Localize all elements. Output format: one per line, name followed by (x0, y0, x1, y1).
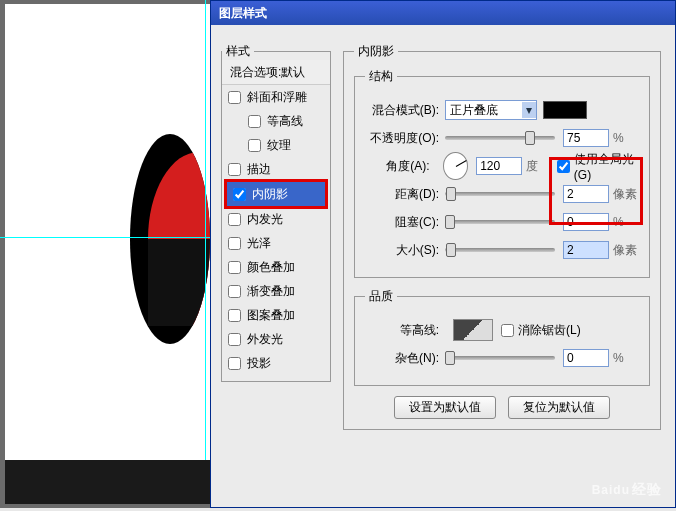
drop-shadow-checkbox[interactable] (228, 357, 241, 370)
gradient-overlay-label: 渐变叠加 (247, 281, 295, 301)
size-input[interactable] (563, 241, 609, 259)
opacity-label: 不透明度(O): (365, 130, 445, 147)
contour-label: 等高线 (267, 111, 303, 131)
noise-unit: % (609, 351, 639, 365)
antialias-checkbox[interactable] (501, 324, 514, 337)
color-overlay-checkbox[interactable] (228, 261, 241, 274)
satin-item[interactable]: 光泽 (222, 231, 330, 255)
inner-glow-item[interactable]: 内发光 (222, 207, 330, 231)
quality-contour-label: 等高线: (365, 322, 445, 339)
highlight-box (549, 157, 643, 225)
gradient-overlay-checkbox[interactable] (228, 285, 241, 298)
opacity-input[interactable] (563, 129, 609, 147)
bevel-label: 斜面和浮雕 (247, 87, 307, 107)
noise-slider[interactable] (445, 356, 555, 360)
canvas-area (0, 0, 210, 508)
quality-legend: 品质 (365, 288, 397, 305)
angle-label: 角度(A): (365, 158, 435, 175)
blend-mode-label: 混合模式(B): (365, 102, 445, 119)
color-overlay-label: 颜色叠加 (247, 257, 295, 277)
texture-label: 纹理 (267, 135, 291, 155)
canvas-footer (5, 460, 210, 504)
distance-label: 距离(D): (365, 186, 445, 203)
pattern-overlay-item[interactable]: 图案叠加 (222, 303, 330, 327)
bevel-checkbox[interactable] (228, 91, 241, 104)
watermark: Baidu经验 (592, 476, 662, 499)
size-unit: 像素 (609, 242, 639, 259)
bevel-item[interactable]: 斜面和浮雕 (222, 85, 330, 109)
distance-slider[interactable] (445, 192, 555, 196)
opacity-slider[interactable] (445, 136, 555, 140)
inner-shadow-checkbox[interactable] (233, 188, 246, 201)
blend-mode-select[interactable]: 正片叠底 ▾ (445, 100, 537, 120)
inner-shadow-item[interactable]: 内阴影 (227, 182, 325, 206)
structure-group: 结构 混合模式(B): 正片叠底 ▾ 不透明度(O): % 角度( (354, 68, 650, 278)
inner-glow-label: 内发光 (247, 209, 283, 229)
angle-dial[interactable] (443, 152, 468, 180)
noise-input[interactable] (563, 349, 609, 367)
gradient-overlay-item[interactable]: 渐变叠加 (222, 279, 330, 303)
noise-label: 杂色(N): (365, 350, 445, 367)
blend-mode-value: 正片叠底 (450, 102, 498, 119)
angle-unit: 度 (522, 158, 549, 175)
outer-glow-item[interactable]: 外发光 (222, 327, 330, 351)
choke-label: 阻塞(C): (365, 214, 445, 231)
drop-shadow-item[interactable]: 投影 (222, 351, 330, 375)
guide-vertical (205, 0, 206, 460)
structure-legend: 结构 (365, 68, 397, 85)
choke-slider[interactable] (445, 220, 555, 224)
contour-picker[interactable] (453, 319, 493, 341)
inner-shadow-label: 内阴影 (252, 184, 288, 204)
guide-horizontal (0, 237, 210, 238)
size-slider[interactable] (445, 248, 555, 252)
drop-shadow-label: 投影 (247, 353, 271, 373)
dialog-title: 图层样式 (211, 1, 675, 25)
panel-title: 内阴影 (354, 43, 398, 60)
satin-label: 光泽 (247, 233, 271, 253)
outer-glow-checkbox[interactable] (228, 333, 241, 346)
pattern-overlay-label: 图案叠加 (247, 305, 295, 325)
contour-item[interactable]: 等高线 (222, 109, 330, 133)
stroke-checkbox[interactable] (228, 163, 241, 176)
size-label: 大小(S): (365, 242, 445, 259)
reset-default-button[interactable]: 复位为默认值 (508, 396, 610, 419)
chevron-down-icon: ▾ (522, 102, 536, 118)
canvas (5, 4, 210, 460)
antialias-label[interactable]: 消除锯齿(L) (501, 322, 581, 339)
contour-checkbox[interactable] (248, 115, 261, 128)
satin-checkbox[interactable] (228, 237, 241, 250)
layer-style-dialog: 图层样式 样式 混合选项:默认 斜面和浮雕 等高线 纹理 描边 内阴影 内发光 … (210, 0, 676, 508)
color-overlay-item[interactable]: 颜色叠加 (222, 255, 330, 279)
texture-item[interactable]: 纹理 (222, 133, 330, 157)
make-default-button[interactable]: 设置为默认值 (394, 396, 496, 419)
outer-glow-label: 外发光 (247, 329, 283, 349)
blend-options-item[interactable]: 混合选项:默认 (222, 60, 330, 85)
angle-input[interactable] (476, 157, 522, 175)
stroke-item[interactable]: 描边 (222, 157, 330, 181)
texture-checkbox[interactable] (248, 139, 261, 152)
quality-group: 品质 等高线: 消除锯齿(L) 杂色(N): % (354, 288, 650, 386)
styles-legend: 样式 (222, 43, 254, 60)
inner-shadow-group: 内阴影 结构 混合模式(B): 正片叠底 ▾ 不透明度(O): % (343, 43, 661, 430)
pattern-overlay-checkbox[interactable] (228, 309, 241, 322)
shadow-color-swatch[interactable] (543, 101, 587, 119)
opacity-unit: % (609, 131, 639, 145)
artwork-circle (130, 134, 210, 344)
params-panel: 内阴影 结构 混合模式(B): 正片叠底 ▾ 不透明度(O): % (343, 43, 661, 440)
styles-list: 样式 混合选项:默认 斜面和浮雕 等高线 纹理 描边 内阴影 内发光 光泽 颜色… (221, 43, 331, 382)
stroke-label: 描边 (247, 159, 271, 179)
inner-glow-checkbox[interactable] (228, 213, 241, 226)
